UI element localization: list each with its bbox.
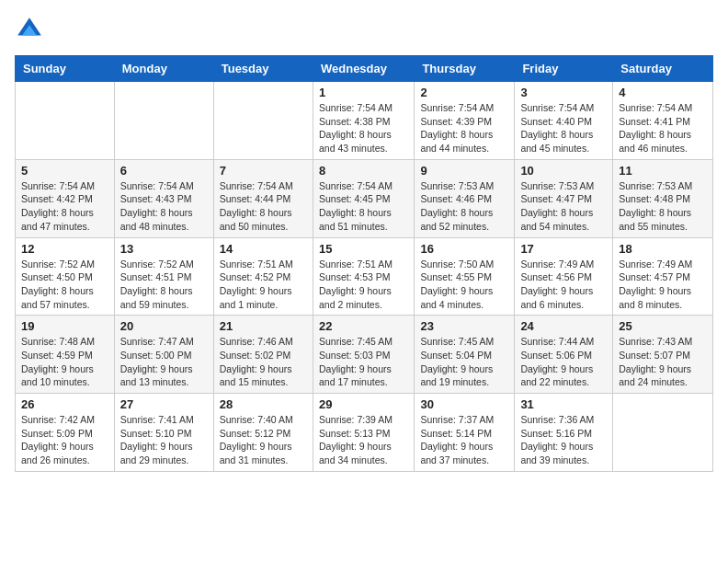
header-saturday: Saturday: [613, 56, 713, 82]
day-info: Sunrise: 7:52 AM Sunset: 4:51 PM Dayligh…: [120, 258, 208, 312]
day-info: Sunrise: 7:48 AM Sunset: 4:59 PM Dayligh…: [21, 335, 108, 389]
day-number: 3: [520, 86, 607, 99]
calendar-cell: 30Sunrise: 7:37 AM Sunset: 5:14 PM Dayli…: [415, 394, 515, 472]
day-number: 8: [319, 164, 408, 178]
calendar-cell: [16, 82, 115, 160]
logo-icon: [15, 15, 44, 44]
header-wednesday: Wednesday: [313, 56, 414, 82]
day-info: Sunrise: 7:49 AM Sunset: 4:57 PM Dayligh…: [619, 258, 707, 312]
calendar-cell: 5Sunrise: 7:54 AM Sunset: 4:42 PM Daylig…: [16, 159, 115, 237]
day-info: Sunrise: 7:47 AM Sunset: 5:00 PM Dayligh…: [120, 335, 208, 389]
day-number: 25: [619, 319, 707, 333]
day-number: 28: [220, 397, 307, 411]
calendar-cell: 27Sunrise: 7:41 AM Sunset: 5:10 PM Dayli…: [114, 394, 213, 472]
page-header: [15, 15, 713, 44]
day-info: Sunrise: 7:54 AM Sunset: 4:43 PM Dayligh…: [120, 179, 208, 234]
calendar-cell: 16Sunrise: 7:50 AM Sunset: 4:55 PM Dayli…: [415, 237, 515, 316]
day-number: 6: [120, 164, 208, 178]
day-number: 17: [520, 242, 607, 256]
header-monday: Monday: [114, 56, 213, 82]
day-number: 24: [520, 319, 607, 333]
calendar-cell: 21Sunrise: 7:46 AM Sunset: 5:02 PM Dayli…: [213, 316, 313, 394]
calendar-cell: 11Sunrise: 7:53 AM Sunset: 4:48 PM Dayli…: [613, 159, 713, 237]
day-info: Sunrise: 7:53 AM Sunset: 4:46 PM Dayligh…: [420, 179, 508, 234]
day-number: 27: [120, 397, 208, 411]
day-info: Sunrise: 7:45 AM Sunset: 5:04 PM Dayligh…: [420, 335, 508, 389]
day-info: Sunrise: 7:54 AM Sunset: 4:38 PM Dayligh…: [319, 101, 408, 155]
calendar-cell: 2Sunrise: 7:54 AM Sunset: 4:39 PM Daylig…: [415, 82, 515, 160]
calendar-cell: 28Sunrise: 7:40 AM Sunset: 5:12 PM Dayli…: [213, 394, 313, 472]
day-info: Sunrise: 7:37 AM Sunset: 5:14 PM Dayligh…: [420, 413, 508, 467]
day-info: Sunrise: 7:54 AM Sunset: 4:41 PM Dayligh…: [619, 101, 707, 155]
calendar-cell: 4Sunrise: 7:54 AM Sunset: 4:41 PM Daylig…: [613, 82, 713, 160]
day-number: 5: [21, 164, 108, 178]
calendar-cell: 18Sunrise: 7:49 AM Sunset: 4:57 PM Dayli…: [613, 237, 713, 316]
calendar-cell: 6Sunrise: 7:54 AM Sunset: 4:43 PM Daylig…: [114, 159, 213, 237]
calendar-cell: [114, 82, 213, 160]
calendar-cell: 20Sunrise: 7:47 AM Sunset: 5:00 PM Dayli…: [114, 316, 213, 394]
day-info: Sunrise: 7:49 AM Sunset: 4:56 PM Dayligh…: [520, 258, 607, 312]
day-number: 16: [420, 242, 508, 256]
day-number: 13: [120, 242, 208, 256]
day-number: 4: [619, 86, 707, 99]
calendar-cell: 10Sunrise: 7:53 AM Sunset: 4:47 PM Dayli…: [515, 159, 613, 237]
calendar-cell: 1Sunrise: 7:54 AM Sunset: 4:38 PM Daylig…: [313, 82, 414, 160]
calendar-week-row: 26Sunrise: 7:42 AM Sunset: 5:09 PM Dayli…: [16, 394, 713, 472]
day-number: 31: [520, 397, 607, 411]
day-info: Sunrise: 7:54 AM Sunset: 4:39 PM Dayligh…: [420, 101, 508, 155]
day-info: Sunrise: 7:46 AM Sunset: 5:02 PM Dayligh…: [220, 335, 307, 389]
day-number: 15: [319, 242, 408, 256]
day-info: Sunrise: 7:54 AM Sunset: 4:42 PM Dayligh…: [21, 179, 108, 234]
day-info: Sunrise: 7:41 AM Sunset: 5:10 PM Dayligh…: [120, 413, 208, 467]
calendar-cell: [613, 394, 713, 472]
calendar-cell: 12Sunrise: 7:52 AM Sunset: 4:50 PM Dayli…: [16, 237, 115, 316]
calendar-cell: 19Sunrise: 7:48 AM Sunset: 4:59 PM Dayli…: [16, 316, 115, 394]
calendar-cell: 15Sunrise: 7:51 AM Sunset: 4:53 PM Dayli…: [313, 237, 414, 316]
calendar-cell: 23Sunrise: 7:45 AM Sunset: 5:04 PM Dayli…: [415, 316, 515, 394]
day-number: 7: [220, 164, 307, 178]
day-number: 20: [120, 319, 208, 333]
calendar-week-row: 1Sunrise: 7:54 AM Sunset: 4:38 PM Daylig…: [16, 82, 713, 160]
day-info: Sunrise: 7:40 AM Sunset: 5:12 PM Dayligh…: [220, 413, 307, 467]
day-number: 18: [619, 242, 707, 256]
day-number: 9: [420, 164, 508, 178]
calendar-cell: 22Sunrise: 7:45 AM Sunset: 5:03 PM Dayli…: [313, 316, 414, 394]
calendar-cell: 25Sunrise: 7:43 AM Sunset: 5:07 PM Dayli…: [613, 316, 713, 394]
calendar-week-row: 19Sunrise: 7:48 AM Sunset: 4:59 PM Dayli…: [16, 316, 713, 394]
header-friday: Friday: [515, 56, 613, 82]
logo: [15, 15, 48, 44]
calendar-cell: 26Sunrise: 7:42 AM Sunset: 5:09 PM Dayli…: [16, 394, 115, 472]
day-number: 1: [319, 86, 408, 99]
calendar-cell: 9Sunrise: 7:53 AM Sunset: 4:46 PM Daylig…: [415, 159, 515, 237]
calendar-cell: 7Sunrise: 7:54 AM Sunset: 4:44 PM Daylig…: [213, 159, 313, 237]
day-info: Sunrise: 7:53 AM Sunset: 4:47 PM Dayligh…: [520, 179, 607, 234]
day-info: Sunrise: 7:43 AM Sunset: 5:07 PM Dayligh…: [619, 335, 707, 389]
day-number: 23: [420, 319, 508, 333]
calendar-header-row: SundayMondayTuesdayWednesdayThursdayFrid…: [16, 56, 713, 82]
calendar-cell: 13Sunrise: 7:52 AM Sunset: 4:51 PM Dayli…: [114, 237, 213, 316]
calendar-cell: 31Sunrise: 7:36 AM Sunset: 5:16 PM Dayli…: [515, 394, 613, 472]
day-info: Sunrise: 7:54 AM Sunset: 4:40 PM Dayligh…: [520, 101, 607, 155]
calendar-cell: 17Sunrise: 7:49 AM Sunset: 4:56 PM Dayli…: [515, 237, 613, 316]
calendar-cell: 29Sunrise: 7:39 AM Sunset: 5:13 PM Dayli…: [313, 394, 414, 472]
day-number: 10: [520, 164, 607, 178]
day-number: 2: [420, 86, 508, 99]
day-number: 30: [420, 397, 508, 411]
header-thursday: Thursday: [415, 56, 515, 82]
day-number: 21: [220, 319, 307, 333]
calendar-cell: 14Sunrise: 7:51 AM Sunset: 4:52 PM Dayli…: [213, 237, 313, 316]
day-number: 14: [220, 242, 307, 256]
day-number: 12: [21, 242, 108, 256]
day-info: Sunrise: 7:44 AM Sunset: 5:06 PM Dayligh…: [520, 335, 607, 389]
day-info: Sunrise: 7:51 AM Sunset: 4:52 PM Dayligh…: [220, 258, 307, 312]
header-tuesday: Tuesday: [213, 56, 313, 82]
calendar-table: SundayMondayTuesdayWednesdayThursdayFrid…: [15, 55, 713, 472]
calendar-cell: 24Sunrise: 7:44 AM Sunset: 5:06 PM Dayli…: [515, 316, 613, 394]
day-info: Sunrise: 7:54 AM Sunset: 4:45 PM Dayligh…: [319, 179, 408, 234]
day-number: 19: [21, 319, 108, 333]
calendar-cell: 3Sunrise: 7:54 AM Sunset: 4:40 PM Daylig…: [515, 82, 613, 160]
day-info: Sunrise: 7:50 AM Sunset: 4:55 PM Dayligh…: [420, 258, 508, 312]
calendar-cell: 8Sunrise: 7:54 AM Sunset: 4:45 PM Daylig…: [313, 159, 414, 237]
calendar-cell: [213, 82, 313, 160]
day-info: Sunrise: 7:45 AM Sunset: 5:03 PM Dayligh…: [319, 335, 408, 389]
